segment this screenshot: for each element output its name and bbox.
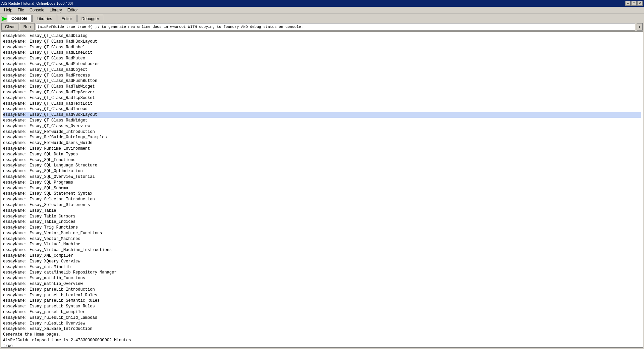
console-line: essayName: Essay_Selector_Introduction <box>3 197 641 202</box>
console-line: essayName: Essay_RefGuide_Introduction <box>3 129 641 135</box>
console-line: essayName: Essay_QT_Class_RadVBoxLayout <box>3 112 641 118</box>
console-line: essayName: Essay_SQL_Optimization <box>3 168 641 174</box>
menu-item-console[interactable]: Console <box>27 7 47 13</box>
console-line: essayName: Essay_mathLib_Functions <box>3 276 641 281</box>
console-line: essayName: Essay_QT_Class_RadTabWidget <box>3 84 641 90</box>
console-line: essayName: Essay_Selector_Statements <box>3 202 641 208</box>
console-line: essayName: Essay_mathLib_Overview <box>3 281 641 287</box>
console-line: essayName: Essay_Table <box>3 208 641 214</box>
console-line: essayName: Essay_SQL_Data_Types <box>3 152 641 157</box>
command-input[interactable] <box>36 23 635 31</box>
console-line: essayName: Essay_parseLib_Semantic_Rules <box>3 298 641 304</box>
tab-debugger[interactable]: Debugger <box>77 15 104 22</box>
console-line: essayName: Essay_QT_Class_RadDialog <box>3 33 641 39</box>
console-line: essayName: Essay_QT_Class_RadTcpServer <box>3 90 641 95</box>
console-line: essayName: Essay_QT_Class_RadHBoxLayout <box>3 39 641 45</box>
console-line: true <box>3 343 641 348</box>
console-line: essayName: Essay_QT_Class_RadThread <box>3 106 641 112</box>
menu-bar: Help File Console Library Editor <box>0 7 644 13</box>
console-line: essayName: Essay_QT_Class_RadObject <box>3 67 641 73</box>
console-line: essayName: Essay_QT_Class_RadMutex <box>3 56 641 61</box>
console-line: essayName: Essay_rulesLib_Child_Lambdas <box>3 315 641 321</box>
tab-editor[interactable]: Editor <box>57 15 76 22</box>
console-line: essayName: Essay_QT_Class_RadMutexLocker <box>3 61 641 67</box>
console-line: essayName: Essay_QT_Class_RadPushButton <box>3 78 641 84</box>
console-line: essayName: Essay_RefGuide_Ontology_Examp… <box>3 135 641 140</box>
toolbar: Clear Run ▼ <box>0 22 644 32</box>
console-line: essayName: Essay_Table_Cursors <box>3 214 641 219</box>
console-line: essayName: Essay_dataMineLib <box>3 264 641 270</box>
green-arrow-indicator: ➤ <box>0 15 8 22</box>
menu-item-editor[interactable]: Editor <box>65 7 80 13</box>
tab-console[interactable]: Console <box>7 15 32 22</box>
minimize-button[interactable]: – <box>625 1 631 6</box>
console-line: essayName: Essay_SQL_Schema <box>3 186 641 191</box>
console-line: essayName: Essay_Trig_Functions <box>3 225 641 231</box>
console-line: essayName: Essay_RefGuide_Users_Guide <box>3 140 641 146</box>
console-line: essayName: Essay_QT_Class_RadWidget <box>3 118 641 123</box>
console-line: essayName: Essay_SQL_Language_Structure <box>3 163 641 168</box>
console-line: essayName: Essay_QT_Class_RadProcess <box>3 73 641 79</box>
menu-item-library[interactable]: Library <box>47 7 65 13</box>
console-line: essayName: Essay_Table_Indices <box>3 219 641 225</box>
console-line: essayName: Essay_parseLib_compiler <box>3 309 641 315</box>
console-line: essayName: Essay_XML_Compiler <box>3 253 641 259</box>
console-line: essayName: Essay_XQuery_Overview <box>3 259 641 264</box>
console-line: essayName: Essay_parseLib_Lexical_Rules <box>3 293 641 298</box>
menu-item-help[interactable]: Help <box>1 7 15 13</box>
console-line: essayName: Essay_QT_Class_RadLineEdit <box>3 50 641 56</box>
console-line: essayName: Essay_rulesLib_Overview <box>3 321 641 327</box>
console-line: essayName: Essay_Vector_Machines <box>3 236 641 242</box>
console-line: essayName: Essay_dataMineLib_Repository_… <box>3 270 641 276</box>
console-line: essayName: Essay_QT_Class_RadTextEdit <box>3 101 641 107</box>
console-output[interactable]: essayName: Essay_QT_Class_RadDialogessay… <box>1 32 643 348</box>
console-line: essayName: Essay_QT_Classes_Overview <box>3 123 641 129</box>
console-line: essayName: Essay_xmlBase_Introduction <box>3 326 641 332</box>
close-button[interactable]: ✕ <box>637 1 643 6</box>
console-line: essayName: Essay_SQL_Programs <box>3 180 641 186</box>
console-line: essayName: Essay_parseLib_Syntax_Rules <box>3 304 641 309</box>
console-line: essayName: Essay_QT_Class_RadLabel <box>3 45 641 50</box>
window-title: AIS Radide [Tutorial_OnlineDocs,1000,400… <box>1 1 73 5</box>
dropdown-arrow-icon[interactable]: ▼ <box>637 23 643 31</box>
run-button[interactable]: Run <box>20 23 35 31</box>
console-line: essayName: Essay_Vector_Machine_Function… <box>3 231 641 236</box>
console-line: Generate the Home pages. <box>3 332 641 338</box>
console-line: essayName: Essay_Runtime_Environment <box>3 146 641 152</box>
console-line: essayName: Essay_SQL_Statement_Syntax <box>3 191 641 197</box>
console-line: AisRefGuide elapsed time is 2.4733000000… <box>3 338 641 343</box>
console-line: essayName: Essay_Virtual_Machine_Instruc… <box>3 247 641 253</box>
title-bar: AIS Radide [Tutorial_OnlineDocs,1000,400… <box>0 0 644 7</box>
console-line: essayName: Essay_QT_Class_RadTcpSocket <box>3 95 641 101</box>
clear-button[interactable]: Clear <box>1 23 18 31</box>
console-line: essayName: Essay_SQL_Functions <box>3 157 641 163</box>
tabs-bar: ➤ Console Libraries Editor Debugger <box>0 13 644 22</box>
console-line: essayName: Essay_parseLib_Introduction <box>3 287 641 293</box>
console-line: essayName: Essay_SQL_Overview_Tutorial <box>3 174 641 180</box>
tab-libraries[interactable]: Libraries <box>32 15 56 22</box>
maximize-button[interactable]: □ <box>631 1 637 6</box>
console-line: essayName: Essay_Virtual_Machine <box>3 242 641 247</box>
menu-item-file[interactable]: File <box>15 7 27 13</box>
